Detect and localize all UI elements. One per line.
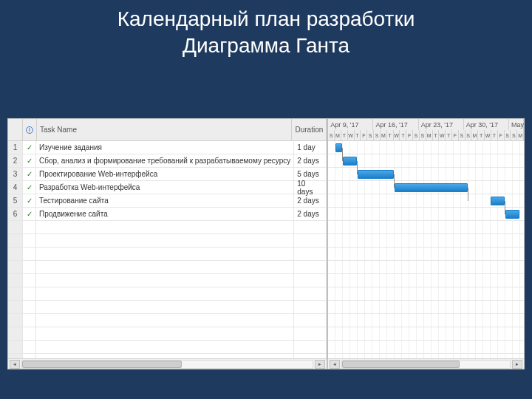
row-number[interactable] bbox=[8, 221, 23, 233]
timeline-day-cell[interactable]: M bbox=[335, 130, 341, 140]
task-row[interactable]: 1✓Изучение задания1 day bbox=[8, 141, 327, 154]
timeline-day-cell[interactable]: T bbox=[355, 130, 361, 140]
gantt-row[interactable] bbox=[328, 354, 524, 358]
timeline-day-cell[interactable]: S bbox=[505, 130, 511, 140]
task-row-empty[interactable] bbox=[8, 341, 327, 354]
row-number[interactable]: 1 bbox=[8, 141, 23, 154]
timeline-week-label[interactable]: Apr 30, '17 bbox=[464, 119, 509, 130]
gantt-row[interactable] bbox=[328, 314, 524, 327]
gantt-bar[interactable] bbox=[505, 210, 519, 219]
timeline-day-cell[interactable]: T bbox=[446, 130, 452, 140]
gantt-row[interactable] bbox=[328, 287, 524, 301]
timeline-week-label[interactable]: Apr 9, '17 bbox=[328, 119, 373, 130]
timeline-day-cell[interactable]: S bbox=[367, 130, 374, 140]
task-row-empty[interactable] bbox=[8, 314, 327, 327]
gantt-bar[interactable] bbox=[335, 143, 342, 152]
row-number[interactable] bbox=[8, 274, 23, 287]
row-number[interactable]: 4 bbox=[8, 181, 23, 194]
timeline-day-cell[interactable]: F bbox=[361, 130, 367, 140]
timeline-day-cell[interactable]: S bbox=[420, 130, 426, 140]
task-hscrollbar[interactable]: ◂ ▸ bbox=[8, 358, 327, 369]
task-name-cell[interactable]: Проектирование Web-интерфейса bbox=[36, 168, 294, 180]
scroll-thumb[interactable] bbox=[342, 361, 460, 368]
task-row[interactable]: 6✓Продвижение сайта2 days bbox=[8, 208, 327, 221]
timeline-day-cell[interactable]: W bbox=[439, 130, 446, 140]
timeline-day-cell[interactable]: W bbox=[485, 130, 491, 140]
col-header-rownum[interactable] bbox=[8, 119, 23, 140]
gantt-row[interactable] bbox=[328, 221, 524, 234]
timeline-day-cell[interactable]: W bbox=[394, 130, 400, 140]
timeline-day-cell[interactable]: M bbox=[426, 130, 433, 140]
task-name-cell[interactable]: Разработка Web-интерфейса bbox=[36, 181, 294, 194]
task-name-cell[interactable]: Тестирование сайта bbox=[36, 194, 294, 207]
task-row-empty[interactable] bbox=[8, 234, 327, 248]
gantt-row[interactable] bbox=[328, 141, 524, 154]
task-duration-cell[interactable]: 2 days bbox=[294, 194, 327, 207]
row-number[interactable] bbox=[8, 248, 23, 260]
row-number[interactable]: 2 bbox=[8, 154, 23, 167]
col-header-task-name[interactable]: Task Name bbox=[37, 119, 292, 140]
scroll-thumb[interactable] bbox=[22, 361, 182, 368]
task-duration-cell[interactable]: 10 days bbox=[294, 181, 327, 194]
gantt-row[interactable] bbox=[328, 301, 524, 314]
task-duration-cell[interactable]: 2 days bbox=[294, 208, 327, 220]
row-number[interactable]: 6 bbox=[8, 208, 23, 220]
timeline-day-cell[interactable]: T bbox=[433, 130, 440, 140]
timeline-day-cell[interactable]: M bbox=[381, 130, 387, 140]
task-row[interactable]: 3✓Проектирование Web-интерфейса5 days bbox=[8, 168, 327, 181]
row-number[interactable] bbox=[8, 341, 23, 353]
task-duration-cell[interactable]: 1 day bbox=[294, 141, 327, 154]
gantt-bar[interactable] bbox=[395, 183, 468, 192]
row-number[interactable] bbox=[8, 301, 23, 313]
timeline-day-cell[interactable]: S bbox=[511, 130, 517, 140]
task-row-empty[interactable] bbox=[8, 221, 327, 234]
col-header-duration[interactable]: Duration bbox=[292, 119, 327, 140]
timeline-day-cell[interactable]: F bbox=[406, 130, 413, 140]
scroll-left-button[interactable]: ◂ bbox=[10, 360, 20, 369]
gantt-row[interactable] bbox=[328, 327, 524, 341]
timeline-day-cell[interactable]: M bbox=[471, 130, 478, 140]
row-number[interactable] bbox=[8, 261, 23, 273]
gantt-row[interactable] bbox=[328, 261, 524, 274]
scroll-track[interactable] bbox=[341, 360, 511, 369]
timeline-week-label[interactable]: Apr 23, '17 bbox=[419, 119, 464, 130]
scroll-right-button[interactable]: ▸ bbox=[512, 360, 522, 369]
task-name-cell[interactable]: Изучение задания bbox=[36, 141, 294, 154]
scroll-right-button[interactable]: ▸ bbox=[315, 360, 325, 369]
gantt-row[interactable] bbox=[328, 341, 524, 354]
task-row[interactable]: 5✓Тестирование сайта2 days bbox=[8, 194, 327, 208]
timeline-day-cell[interactable]: S bbox=[328, 130, 335, 140]
gantt-row[interactable] bbox=[328, 274, 524, 287]
gantt-bar[interactable] bbox=[343, 157, 357, 166]
timeline-day-cell[interactable]: S bbox=[413, 130, 420, 140]
task-duration-cell[interactable]: 5 days bbox=[294, 168, 327, 180]
timeline-day-cell[interactable]: S bbox=[459, 130, 466, 140]
col-header-info[interactable]: i bbox=[23, 119, 37, 140]
task-row-empty[interactable] bbox=[8, 248, 327, 261]
task-row-empty[interactable] bbox=[8, 327, 327, 341]
task-name-cell[interactable]: Сбор, анализ и формирование требований к… bbox=[36, 154, 294, 167]
timeline-day-cell[interactable]: S bbox=[466, 130, 472, 140]
task-row-empty[interactable] bbox=[8, 261, 327, 274]
timeline-day-cell[interactable]: F bbox=[498, 130, 505, 140]
task-row[interactable]: 4✓Разработка Web-интерфейса10 days bbox=[8, 181, 327, 194]
row-number[interactable] bbox=[8, 234, 23, 247]
timeline-day-cell[interactable]: W bbox=[348, 130, 355, 140]
row-number[interactable] bbox=[8, 314, 23, 327]
timeline-week-label[interactable]: May 7, bbox=[509, 119, 524, 130]
timeline-day-cell[interactable]: M bbox=[517, 130, 524, 140]
scroll-track[interactable] bbox=[21, 360, 313, 369]
gantt-bar[interactable] bbox=[491, 197, 505, 205]
task-row-empty[interactable] bbox=[8, 301, 327, 314]
row-number[interactable]: 5 bbox=[8, 194, 23, 207]
task-row[interactable]: 2✓Сбор, анализ и формирование требований… bbox=[8, 154, 327, 168]
task-row-empty[interactable] bbox=[8, 287, 327, 301]
gantt-row[interactable] bbox=[328, 234, 524, 248]
timeline-day-cell[interactable]: T bbox=[491, 130, 498, 140]
timeline-day-cell[interactable]: T bbox=[400, 130, 406, 140]
row-number[interactable] bbox=[8, 287, 23, 300]
gantt-row[interactable] bbox=[328, 248, 524, 261]
row-number[interactable] bbox=[8, 354, 23, 358]
gantt-hscrollbar[interactable]: ◂ ▸ bbox=[328, 358, 524, 369]
timeline-week-label[interactable]: Apr 16, '17 bbox=[373, 119, 418, 130]
